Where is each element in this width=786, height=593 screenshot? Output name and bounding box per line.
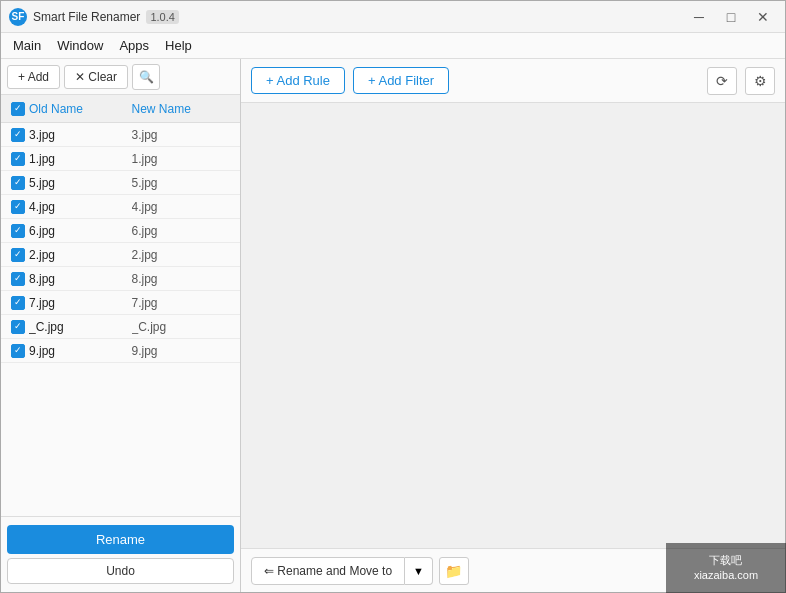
row-checkbox-container	[7, 176, 29, 190]
row-new-name: 5.jpg	[132, 176, 235, 190]
row-new-name: 6.jpg	[132, 224, 235, 238]
row-checkbox[interactable]	[11, 344, 25, 358]
row-old-name: _C.jpg	[29, 320, 132, 334]
row-checkbox[interactable]	[11, 176, 25, 190]
title-bar-controls: ─ □ ✕	[685, 7, 777, 27]
settings-icon: ⚙	[754, 73, 767, 89]
row-checkbox-container	[7, 152, 29, 166]
row-old-name: 5.jpg	[29, 176, 132, 190]
row-checkbox[interactable]	[11, 200, 25, 214]
row-checkbox[interactable]	[11, 152, 25, 166]
left-panel: + Add ✕ Clear 🔍 Old Name New Name 3.jpg3…	[1, 59, 241, 592]
header-checkbox	[7, 102, 29, 116]
file-list: 3.jpg3.jpg1.jpg1.jpg5.jpg5.jpg4.jpg4.jpg…	[1, 123, 240, 516]
rename-move-group: ⇐ Rename and Move to ▼	[251, 557, 433, 585]
main-layout: + Add ✕ Clear 🔍 Old Name New Name 3.jpg3…	[1, 59, 785, 592]
row-checkbox[interactable]	[11, 296, 25, 310]
folder-button[interactable]: 📁	[439, 557, 469, 585]
table-row[interactable]: 1.jpg1.jpg	[1, 147, 240, 171]
maximize-button[interactable]: □	[717, 7, 745, 27]
row-new-name: 9.jpg	[132, 344, 235, 358]
app-version: 1.0.4	[146, 10, 178, 24]
row-new-name: 2.jpg	[132, 248, 235, 262]
select-all-checkbox[interactable]	[11, 102, 25, 116]
app-icon: SF	[9, 8, 27, 26]
search-button[interactable]: 🔍	[132, 64, 160, 90]
row-checkbox[interactable]	[11, 320, 25, 334]
table-row[interactable]: 2.jpg2.jpg	[1, 243, 240, 267]
watermark-text-1: 下载吧	[694, 553, 758, 568]
row-new-name: _C.jpg	[132, 320, 235, 334]
row-checkbox-container	[7, 128, 29, 142]
watermark-text-2: xiazaiba.com	[694, 568, 758, 583]
menu-help[interactable]: Help	[157, 35, 200, 56]
table-row[interactable]: 6.jpg6.jpg	[1, 219, 240, 243]
add-rule-button[interactable]: + Add Rule	[251, 67, 345, 94]
row-checkbox-container	[7, 320, 29, 334]
right-panel: + Add Rule + Add Filter ⟳ ⚙ ⇐ Rename and…	[241, 59, 785, 592]
table-row[interactable]: 9.jpg9.jpg	[1, 339, 240, 363]
row-checkbox-container	[7, 344, 29, 358]
row-checkbox-container	[7, 200, 29, 214]
menu-bar: Main Window Apps Help	[1, 33, 785, 59]
row-old-name: 8.jpg	[29, 272, 132, 286]
row-old-name: 1.jpg	[29, 152, 132, 166]
app-title: Smart File Renamer	[33, 10, 140, 24]
table-row[interactable]: _C.jpg_C.jpg	[1, 315, 240, 339]
title-bar: SF Smart File Renamer 1.0.4 ─ □ ✕	[1, 1, 785, 33]
row-checkbox[interactable]	[11, 128, 25, 142]
close-button[interactable]: ✕	[749, 7, 777, 27]
left-toolbar: + Add ✕ Clear 🔍	[1, 59, 240, 95]
row-old-name: 9.jpg	[29, 344, 132, 358]
row-old-name: 3.jpg	[29, 128, 132, 142]
right-icon-btn-1[interactable]: ⟳	[707, 67, 737, 95]
table-row[interactable]: 4.jpg4.jpg	[1, 195, 240, 219]
table-header: Old Name New Name	[1, 95, 240, 123]
row-old-name: 7.jpg	[29, 296, 132, 310]
row-checkbox[interactable]	[11, 248, 25, 262]
table-row[interactable]: 5.jpg5.jpg	[1, 171, 240, 195]
row-new-name: 1.jpg	[132, 152, 235, 166]
right-icon-btn-2[interactable]: ⚙	[745, 67, 775, 95]
undo-button[interactable]: Undo	[7, 558, 234, 584]
table-row[interactable]: 7.jpg7.jpg	[1, 291, 240, 315]
header-old-name: Old Name	[29, 102, 132, 116]
row-checkbox-container	[7, 224, 29, 238]
rename-move-dropdown[interactable]: ▼	[405, 557, 433, 585]
row-checkbox[interactable]	[11, 224, 25, 238]
table-row[interactable]: 3.jpg3.jpg	[1, 123, 240, 147]
row-checkbox-container	[7, 272, 29, 286]
table-row[interactable]: 8.jpg8.jpg	[1, 267, 240, 291]
row-old-name: 6.jpg	[29, 224, 132, 238]
minimize-button[interactable]: ─	[685, 7, 713, 27]
header-new-name: New Name	[132, 102, 235, 116]
row-checkbox[interactable]	[11, 272, 25, 286]
row-old-name: 4.jpg	[29, 200, 132, 214]
title-bar-left: SF Smart File Renamer 1.0.4	[9, 8, 179, 26]
row-new-name: 8.jpg	[132, 272, 235, 286]
menu-main[interactable]: Main	[5, 35, 49, 56]
rename-button[interactable]: Rename	[7, 525, 234, 554]
right-toolbar: + Add Rule + Add Filter ⟳ ⚙	[241, 59, 785, 103]
row-new-name: 3.jpg	[132, 128, 235, 142]
search-icon: 🔍	[139, 70, 154, 84]
rename-move-button[interactable]: ⇐ Rename and Move to	[251, 557, 405, 585]
row-new-name: 4.jpg	[132, 200, 235, 214]
row-old-name: 2.jpg	[29, 248, 132, 262]
add-filter-button[interactable]: + Add Filter	[353, 67, 449, 94]
menu-apps[interactable]: Apps	[111, 35, 157, 56]
folder-icon: 📁	[445, 563, 462, 579]
row-checkbox-container	[7, 248, 29, 262]
clear-button[interactable]: ✕ Clear	[64, 65, 128, 89]
refresh-icon: ⟳	[716, 73, 728, 89]
add-button[interactable]: + Add	[7, 65, 60, 89]
row-checkbox-container	[7, 296, 29, 310]
row-new-name: 7.jpg	[132, 296, 235, 310]
menu-window[interactable]: Window	[49, 35, 111, 56]
watermark: 下载吧 xiazaiba.com	[666, 543, 786, 593]
bottom-buttons: Rename Undo	[1, 516, 240, 592]
right-content	[241, 103, 785, 548]
